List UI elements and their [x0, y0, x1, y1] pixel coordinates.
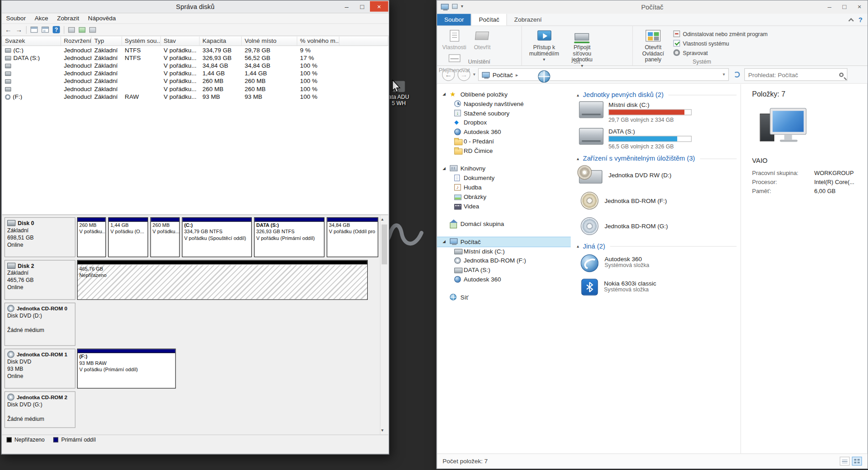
forward-icon[interactable]: →: [15, 26, 22, 33]
control-panel-button[interactable]: Otevřít Ovládací panely: [637, 28, 669, 62]
dm-minimize-button[interactable]: –: [339, 1, 354, 11]
col-stav[interactable]: Stav: [161, 37, 200, 46]
expand-icon[interactable]: ◢: [443, 166, 446, 171]
cdrom2-label[interactable]: Jednotka CD-ROM 2 Disk DVD (G:) Žádné mé…: [5, 392, 75, 428]
removable-item-dvd-d[interactable]: Jednotka DVD RW (D:): [579, 166, 736, 184]
col-svazek[interactable]: Svazek: [2, 37, 61, 46]
nav-group-homegroup[interactable]: Domácí skupina: [437, 220, 571, 229]
scrollbar-thumb[interactable]: [382, 225, 387, 264]
dm-close-button[interactable]: ×: [370, 1, 388, 11]
partition-f[interactable]: (F:) 93 MB RAW V pořádku (Primární oddíl…: [77, 349, 176, 388]
nav-item-autodesk360-computer[interactable]: Autodesk 360: [437, 275, 571, 284]
properties-button[interactable]: Vlastnosti: [442, 28, 467, 50]
ex-titlebar[interactable]: ▾ Počítač – □ ×: [437, 0, 868, 14]
disk0-label[interactable]: Disk 0 Základní 698,51 GB Online: [5, 217, 75, 257]
drive-item-c[interactable]: Místní disk (C:) 29,7 GB volných z 334 G…: [579, 101, 736, 123]
other-item-nokia[interactable]: Nokia 6303i classic Systémová složka: [579, 279, 736, 295]
details-view-icon[interactable]: [840, 457, 850, 466]
col-typ[interactable]: Typ: [92, 37, 122, 46]
col-volne[interactable]: Volné místo: [242, 37, 297, 46]
section-removable[interactable]: ▴ Zařízení s vyměnitelným úložištěm (3): [577, 155, 737, 162]
history-dropdown-icon[interactable]: ▾: [473, 72, 476, 77]
nav-group-network[interactable]: Síť: [437, 293, 571, 302]
system-properties-button[interactable]: Vlastnosti systému: [674, 39, 768, 47]
breadcrumb-item-pocitac[interactable]: Počítač: [493, 71, 513, 78]
volume-row[interactable]: Jednoduchý Základní V pořádku... 34,84 G…: [2, 61, 388, 69]
volume-row[interactable]: Jednoduchý Základní V pořádku... 1,44 GB…: [2, 69, 388, 77]
expand-icon[interactable]: ◢: [443, 92, 446, 97]
volume-row[interactable]: (C:) Jednoduchý Základní NTFS V pořádku.…: [2, 46, 388, 54]
nav-group-favorites[interactable]: ◢ ★ Oblíbené položky: [437, 90, 571, 99]
address-dropdown-icon[interactable]: ▾: [723, 72, 725, 77]
graph-scrollbar[interactable]: ▲ ▼: [380, 215, 388, 435]
tab-pocitac[interactable]: Počítač: [471, 14, 507, 26]
volume-list-header[interactable]: Svazek Rozvržení Typ Systém sou... Stav …: [2, 37, 388, 46]
nav-item-pictures[interactable]: Obrázky: [437, 192, 571, 202]
dm-menu-soubor[interactable]: Soubor: [2, 14, 30, 23]
action-pane-icon[interactable]: [42, 27, 49, 33]
volume-row[interactable]: DATA (S:) Jednoduchý Základní NTFS V poř…: [2, 54, 388, 61]
removable-item-bdrom-g[interactable]: Jednotka BD-ROM (G:): [579, 217, 736, 235]
dm-menu-zobrazit[interactable]: Zobrazit: [53, 14, 84, 23]
section-other[interactable]: ▴ Jiná (2): [577, 242, 737, 250]
tab-zobrazeni[interactable]: Zobrazení: [507, 14, 549, 26]
removable-item-bdrom-f[interactable]: Jednotka BD-ROM (F:): [579, 191, 736, 210]
refresh-icon[interactable]: [68, 27, 75, 32]
partition[interactable]: 260 MB V pořádku...: [150, 217, 180, 257]
ex-minimize-button[interactable]: –: [822, 1, 837, 11]
open-button[interactable]: Otevřít: [470, 28, 495, 50]
section-collapse-icon[interactable]: ▴: [577, 244, 579, 249]
chevron-right-icon[interactable]: ▸: [516, 72, 518, 77]
dm-titlebar[interactable]: Správa disků – □ ×: [2, 0, 389, 13]
col-system[interactable]: Systém sou...: [122, 37, 161, 46]
nav-group-libraries[interactable]: ◢ Knihovny: [437, 164, 571, 174]
nav-item-dropbox[interactable]: ◆ Dropbox: [437, 118, 571, 128]
disk-actions-icon[interactable]: [89, 27, 96, 32]
nav-item-videos[interactable]: Videa: [437, 202, 571, 211]
partition[interactable]: 34,84 GB V pořádku (Oddíl pro: [327, 217, 378, 257]
disk2-label[interactable]: Disk 2 Základní 465,76 GB Online: [5, 260, 75, 300]
nav-item-autodesk360[interactable]: Autodesk 360: [437, 128, 571, 137]
ribbon-collapse-icon[interactable]: [848, 18, 854, 23]
unallocated-region[interactable]: 465,76 GB Nepřiřazeno: [77, 260, 368, 300]
volume-row[interactable]: (F:) Jednoduchý Základní RAW V pořádku..…: [2, 92, 388, 100]
help-icon[interactable]: ?: [53, 26, 60, 33]
search-box[interactable]: [744, 68, 848, 81]
nav-item-recent[interactable]: Naposledy navštívené: [437, 99, 571, 109]
nav-item-data-s[interactable]: DATA (S:): [437, 266, 571, 275]
thumbnails-view-icon[interactable]: [852, 457, 862, 466]
partition-c[interactable]: (C:) 334,79 GB NTFS V pořádku (Spouštěcí…: [182, 217, 252, 257]
scroll-down-icon[interactable]: ▼: [380, 426, 388, 434]
ex-close-button[interactable]: ×: [852, 1, 867, 11]
media-access-button[interactable]: Přístup k multimédiím ▾: [526, 28, 562, 62]
explorer-help-icon[interactable]: ?: [859, 16, 863, 24]
nav-item-music[interactable]: ♪ Hudba: [437, 183, 571, 193]
search-input[interactable]: [748, 71, 837, 78]
col-kapacita[interactable]: Kapacita: [200, 37, 242, 46]
nav-group-computer[interactable]: ◢ Počítač: [437, 237, 571, 247]
volume-row[interactable]: Jednoduchý Základní V pořádku... 260 MB …: [2, 77, 388, 85]
nav-item-rd-cimice[interactable]: RD Čimice: [437, 146, 571, 156]
section-hdd[interactable]: ▴ Jednotky pevných disků (2): [577, 91, 737, 99]
partition[interactable]: 1,44 GB V pořádku (O...: [108, 217, 148, 257]
nav-item-downloads[interactable]: ↓ Stažené soubory: [437, 109, 571, 118]
volume-row[interactable]: Jednoduchý Základní V pořádku... 260 MB …: [2, 85, 388, 92]
dm-menu-akce[interactable]: Akce: [30, 14, 53, 23]
drive-item-data[interactable]: DATA (S:) 56,5 GB volných z 326 GB: [579, 128, 736, 150]
dm-menu-napoveda[interactable]: Nápověda: [83, 14, 120, 23]
nav-item-predani[interactable]: 0 - Předání: [437, 137, 571, 147]
nav-item-local-disk-c[interactable]: Místní disk (C:): [437, 247, 571, 256]
nav-item-documents[interactable]: Dokumenty: [437, 174, 571, 183]
breadcrumb[interactable]: Počítač ▸ ▾: [478, 68, 729, 81]
section-collapse-icon[interactable]: ▴: [577, 92, 579, 97]
scroll-up-icon[interactable]: ▲: [380, 215, 388, 223]
other-item-autodesk360[interactable]: Autodesk 360 Systémová složka: [579, 254, 736, 272]
back-icon[interactable]: ←: [5, 26, 12, 33]
partition-data[interactable]: DATA (S:) 326,93 GB NTFS V pořádku (Prim…: [254, 217, 324, 257]
expand-icon[interactable]: ◢: [443, 240, 446, 244]
console-tree-icon[interactable]: [31, 27, 38, 33]
col-rozvrzeni[interactable]: Rozvržení: [61, 37, 92, 46]
dm-maximize-button[interactable]: □: [355, 1, 370, 11]
col-pct[interactable]: % volného m...: [297, 37, 339, 46]
tab-soubor[interactable]: Soubor: [437, 14, 471, 26]
